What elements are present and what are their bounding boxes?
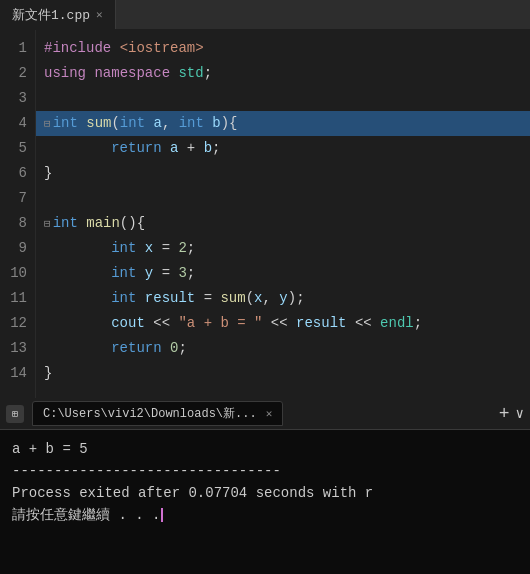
token-punct: ;: [187, 240, 195, 256]
fold-icon[interactable]: ⊟: [44, 218, 51, 230]
token-op: <<: [346, 315, 380, 331]
terminal-tab[interactable]: C:\Users\vivi2\Downloads\新... ✕: [32, 401, 283, 426]
token-punct: ,: [263, 290, 280, 306]
token-hdr: <iostream>: [120, 40, 204, 56]
token-op: <<: [145, 315, 179, 331]
token-fn: sum: [220, 290, 245, 306]
terminal-line: --------------------------------: [12, 460, 518, 482]
token-plain: [44, 240, 111, 256]
code-line: #include <iostream>: [36, 36, 530, 61]
code-line: }: [36, 361, 530, 386]
token-kw: int: [111, 240, 145, 256]
token-kw: int: [120, 115, 154, 131]
token-var: result: [296, 315, 346, 331]
editor-tab-close-icon[interactable]: ✕: [96, 8, 103, 21]
token-var: cout: [111, 315, 145, 331]
token-plain: [44, 265, 111, 281]
token-op: =: [153, 240, 178, 256]
token-fn: sum: [86, 115, 111, 131]
terminal-actions: + ∨: [499, 404, 524, 424]
code-editor: 1234567891011121314 #include <iostream>u…: [0, 30, 530, 398]
token-str: "a + b = ": [178, 315, 262, 331]
token-op: +: [178, 140, 203, 156]
code-lines: #include <iostream>using namespace std;⊟…: [36, 30, 530, 398]
terminal-wrapper: ⊞ C:\Users\vivi2\Downloads\新... ✕ + ∨ a …: [0, 398, 530, 574]
terminal-tab-bar: ⊞ C:\Users\vivi2\Downloads\新... ✕ + ∨: [0, 398, 530, 430]
token-var: b: [204, 140, 212, 156]
line-number: 7: [8, 186, 27, 211]
token-plain: [44, 340, 111, 356]
token-kw: int: [111, 265, 145, 281]
token-var: result: [145, 290, 195, 306]
token-var: b: [212, 115, 220, 131]
code-line: [36, 186, 530, 211]
code-line: using namespace std;: [36, 61, 530, 86]
token-kw: int: [53, 215, 87, 231]
token-kw2: namespace: [94, 65, 178, 81]
token-punct: (: [111, 115, 119, 131]
code-area: 1234567891011121314 #include <iostream>u…: [0, 30, 530, 398]
token-punct: ;: [414, 315, 422, 331]
terminal-line: a + b = 5: [12, 438, 518, 460]
token-kw: return: [111, 340, 170, 356]
token-op: =: [153, 265, 178, 281]
line-number: 12: [8, 311, 27, 336]
token-kw: return: [111, 140, 170, 156]
token-punct: }: [44, 365, 52, 381]
terminal-tab-close-icon[interactable]: ✕: [266, 407, 273, 420]
token-plain: [44, 290, 111, 306]
token-num: 2: [178, 240, 186, 256]
line-number: 3: [8, 86, 27, 111]
code-line: int y = 3;: [36, 261, 530, 286]
code-line: ⊟int sum(int a, int b){: [36, 111, 530, 136]
token-inc: #include: [44, 40, 120, 56]
token-punct: ;: [204, 65, 212, 81]
code-line: return 0;: [36, 336, 530, 361]
token-op: =: [195, 290, 220, 306]
line-number: 13: [8, 336, 27, 361]
token-punct: ): [288, 290, 296, 306]
terminal-tab-label: C:\Users\vivi2\Downloads\新...: [43, 405, 257, 422]
token-var: y: [279, 290, 287, 306]
token-punct: {: [229, 115, 237, 131]
token-punct: ;: [212, 140, 220, 156]
token-plain: [44, 315, 111, 331]
line-number: 14: [8, 361, 27, 386]
fold-icon[interactable]: ⊟: [44, 118, 51, 130]
token-kw: int: [53, 115, 87, 131]
code-line: return a + b;: [36, 136, 530, 161]
line-number: 1: [8, 36, 27, 61]
token-kw: int: [111, 290, 145, 306]
token-fn: main: [86, 215, 120, 231]
editor-tab-bar: 新文件1.cpp ✕: [0, 0, 530, 30]
cursor: [161, 508, 163, 522]
terminal-line: 請按任意鍵繼續 . . .: [12, 504, 518, 526]
code-line: cout << "a + b = " << result << endl;: [36, 311, 530, 336]
line-number: 10: [8, 261, 27, 286]
line-number: 9: [8, 236, 27, 261]
token-endl-kw: endl: [380, 315, 414, 331]
token-op: <<: [262, 315, 296, 331]
code-line: [36, 86, 530, 111]
editor-tab[interactable]: 新文件1.cpp ✕: [0, 0, 116, 29]
token-punct: ;: [187, 265, 195, 281]
terminal-add-icon[interactable]: +: [499, 404, 510, 424]
token-punct: {: [137, 215, 145, 231]
token-ns: std: [178, 65, 203, 81]
token-punct: ,: [162, 115, 179, 131]
token-punct: ;: [178, 340, 186, 356]
editor-tab-label: 新文件1.cpp: [12, 6, 90, 24]
code-line: int x = 2;: [36, 236, 530, 261]
token-var: x: [145, 240, 153, 256]
line-number: 5: [8, 136, 27, 161]
token-var: a: [153, 115, 161, 131]
line-numbers: 1234567891011121314: [0, 30, 36, 398]
token-kw2: using: [44, 65, 94, 81]
token-punct: (): [120, 215, 137, 231]
token-punct: }: [44, 165, 52, 181]
terminal-chevron-icon[interactable]: ∨: [516, 405, 524, 422]
token-kw: int: [179, 115, 213, 131]
token-var: x: [254, 290, 262, 306]
token-punct: (: [246, 290, 254, 306]
code-line: ⊟int main(){: [36, 211, 530, 236]
